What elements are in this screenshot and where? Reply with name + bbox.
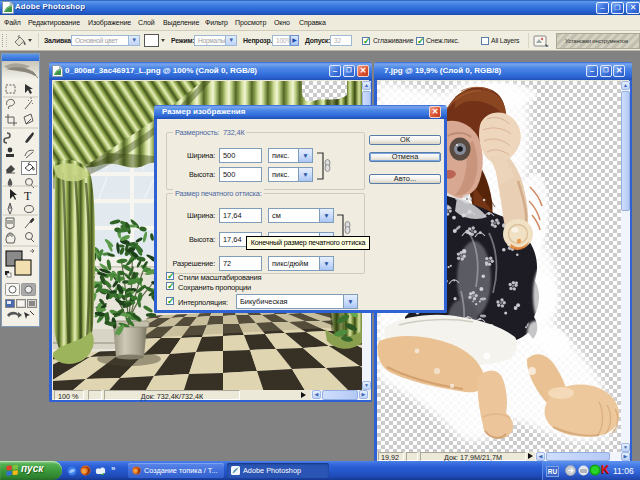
svg-text:T: T	[24, 189, 32, 203]
